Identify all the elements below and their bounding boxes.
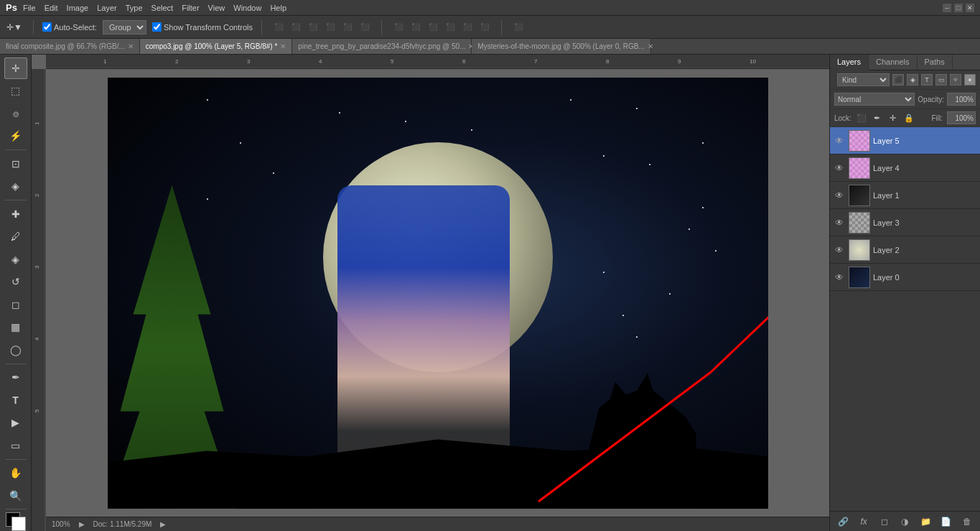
move-tool[interactable]: ✛ [4, 57, 27, 79]
close-button[interactable]: ✕ [966, 4, 974, 12]
layer-5-visibility[interactable]: 👁 [833, 134, 846, 147]
align-bottom-btn[interactable]: ⬛ [357, 19, 373, 35]
lock-all-btn[interactable]: 🔒 [903, 112, 915, 124]
tab-layers[interactable]: Layers [830, 55, 869, 70]
menu-layer[interactable]: Layer [97, 4, 117, 12]
distribute-top-btn[interactable]: ⬛ [442, 19, 458, 35]
menu-image[interactable]: Image [67, 4, 89, 12]
tab-0-close[interactable]: ✕ [128, 42, 134, 50]
eraser-tool[interactable]: ◻ [4, 294, 27, 315]
menu-type[interactable]: Type [126, 4, 143, 12]
auto-select-checkbox[interactable] [42, 22, 52, 32]
blend-mode-dropdown[interactable]: Normal [834, 93, 915, 106]
tab-0[interactable]: final composite.jpg @ 66.7% (RGB/... ✕ [0, 39, 140, 54]
background-color[interactable] [11, 517, 26, 531]
more-options-btn[interactable]: ⬛ [510, 19, 526, 35]
color-swatches[interactable] [6, 512, 26, 531]
adjustment-btn[interactable]: ◑ [898, 515, 911, 528]
align-right-btn[interactable]: ⬛ [305, 19, 321, 35]
new-layer-btn[interactable]: 📄 [940, 515, 953, 528]
healing-tool[interactable]: ✚ [4, 203, 27, 225]
distribute-left-btn[interactable]: ⬛ [391, 19, 406, 35]
type-tool[interactable]: T [4, 389, 27, 411]
delete-layer-btn[interactable]: 🗑 [961, 515, 974, 528]
tab-1-close[interactable]: ✕ [280, 42, 286, 50]
shape-tool[interactable]: ▭ [4, 435, 27, 456]
zoom-tool[interactable]: 🔍 [4, 485, 27, 507]
align-center-h-btn[interactable]: ⬛ [288, 19, 304, 35]
quick-select-tool[interactable]: ⚡ [4, 126, 27, 147]
lasso-tool[interactable]: ⌾ [4, 103, 27, 124]
add-mask-btn[interactable]: ◻ [878, 515, 891, 528]
doc-info-arrow: ▶ [160, 520, 166, 528]
opacity-input[interactable] [947, 93, 976, 106]
layer-2-visibility[interactable]: 👁 [833, 244, 846, 257]
menu-view[interactable]: View [208, 4, 225, 12]
menu-window[interactable]: Window [233, 4, 261, 12]
link-layers-btn[interactable]: 🔗 [836, 515, 849, 528]
filter-pixel-btn[interactable]: ⬛ [892, 74, 904, 86]
hand-tool[interactable]: ✋ [4, 462, 27, 484]
tab-1[interactable]: compo3.jpg @ 100% (Layer 5, RGB/8#) * ✕ [140, 39, 293, 54]
layer-item-3[interactable]: 👁 Layer 3 [830, 209, 980, 236]
distribute-center-v-btn[interactable]: ⬛ [459, 19, 475, 35]
new-group-btn[interactable]: 📁 [919, 515, 932, 528]
canvas-area[interactable]: 1 2 3 4 5 6 7 8 9 10 1 2 3 4 5 [32, 55, 829, 531]
layer-item-1[interactable]: 👁 Layer 1 [830, 182, 980, 209]
minimize-button[interactable]: – [943, 4, 951, 12]
history-tool[interactable]: ↺ [4, 271, 27, 292]
auto-select-dropdown[interactable]: Group [103, 20, 146, 34]
tab-3-close[interactable]: ✕ [648, 42, 653, 50]
menu-file[interactable]: File [23, 4, 36, 12]
pen-tool[interactable]: ✒ [4, 366, 27, 388]
lock-paint-btn[interactable]: ✒ [872, 112, 883, 124]
layer-item-0[interactable]: 👁 Layer 0 [830, 264, 980, 291]
filter-toggle-btn[interactable]: ● [964, 74, 976, 86]
lock-position-btn[interactable]: ✛ [887, 112, 899, 124]
brush-tool[interactable]: 🖊 [4, 226, 27, 247]
tab-paths[interactable]: Paths [918, 55, 953, 70]
layer-4-visibility[interactable]: 👁 [833, 162, 846, 175]
align-top-btn[interactable]: ⬛ [322, 19, 338, 35]
eyedropper-tool[interactable]: ◈ [4, 176, 27, 198]
dodge-tool[interactable]: ◯ [4, 339, 27, 361]
filter-smart-btn[interactable]: ✧ [950, 74, 961, 86]
align-center-v-btn[interactable]: ⬛ [340, 19, 355, 35]
layer-0-visibility[interactable]: 👁 [833, 271, 846, 284]
menu-select[interactable]: Select [151, 4, 174, 12]
menu-filter[interactable]: Filter [182, 4, 199, 12]
layer-item-2[interactable]: 👁 Layer 2 [830, 236, 980, 264]
align-left-btn[interactable]: ⬛ [271, 19, 286, 35]
lock-pixels-btn[interactable]: ⬛ [856, 112, 867, 124]
canvas[interactable] [108, 78, 768, 509]
distribute-bottom-btn[interactable]: ⬛ [477, 19, 493, 35]
fill-input[interactable] [947, 111, 976, 124]
tab-2[interactable]: pine_tree_png_by_paradise234-d5fvhyc.png… [292, 39, 472, 54]
distribute-center-h-btn[interactable]: ⬛ [408, 19, 424, 35]
maximize-button[interactable]: □ [954, 4, 963, 12]
filter-type-btn[interactable]: T [921, 74, 933, 86]
crop-tool[interactable]: ⊡ [4, 153, 27, 175]
menu-edit[interactable]: Edit [45, 4, 58, 12]
layer-3-visibility[interactable]: 👁 [833, 216, 846, 229]
tool-sep-3 [5, 364, 27, 364]
layer-item-4[interactable]: 👁 Layer 4 [830, 154, 980, 182]
distribute-right-btn[interactable]: ⬛ [425, 19, 441, 35]
path-select-tool[interactable]: ▶ [4, 412, 27, 434]
layer-item-5[interactable]: 👁 Layer 5 [830, 127, 980, 154]
layer-3-thumb [849, 212, 870, 234]
filter-dropdown[interactable]: Kind [837, 73, 890, 86]
right-panel: Layers Channels Paths Kind ⬛ ◈ T ▭ ✧ ● N… [829, 55, 980, 531]
tab-3[interactable]: Mysteries-of-the-moon.jpg @ 500% (Layer … [472, 39, 651, 54]
clone-tool[interactable]: ◈ [4, 249, 27, 270]
gradient-tool[interactable]: ▦ [4, 317, 27, 338]
layer-1-visibility[interactable]: 👁 [833, 189, 846, 202]
fx-btn[interactable]: fx [857, 515, 870, 528]
canvas-wrapper[interactable] [46, 69, 829, 517]
filter-adjust-btn[interactable]: ◈ [907, 74, 918, 86]
show-transform-checkbox[interactable] [152, 22, 162, 32]
filter-shape-btn[interactable]: ▭ [935, 74, 947, 86]
marquee-tool[interactable]: ⬚ [4, 80, 27, 102]
tab-channels[interactable]: Channels [869, 55, 917, 70]
menu-help[interactable]: Help [270, 4, 286, 12]
